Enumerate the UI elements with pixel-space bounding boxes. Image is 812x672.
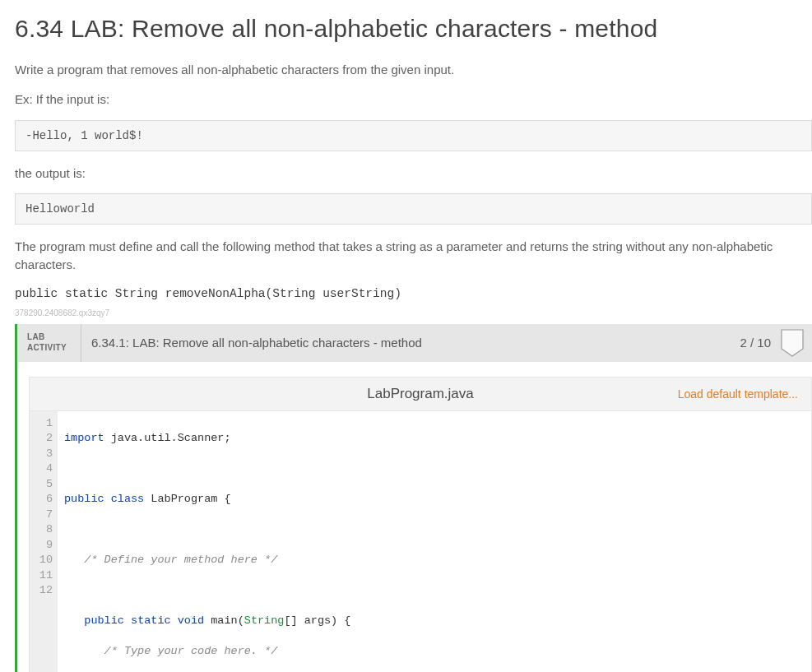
example-input-label: Ex: If the input is: (15, 90, 812, 109)
load-template-link[interactable]: Load default template... (678, 387, 798, 401)
line-number: 4 (38, 461, 53, 477)
activity-badge-line1: LAB (27, 332, 44, 343)
line-number: 3 (38, 447, 53, 462)
line-number: 10 (38, 553, 53, 568)
activity-score: 2 / 10 (740, 336, 777, 350)
activity-badge-line2: ACTIVITY (27, 343, 67, 354)
activity-badge: LAB ACTIVITY (17, 324, 81, 362)
code-content[interactable]: import java.util.Scanner; public class L… (58, 411, 811, 672)
activity-header: LAB ACTIVITY 6.34.1: LAB: Remove all non… (17, 324, 812, 362)
editor-titlebar: LabProgram.java Load default template... (30, 377, 811, 411)
code-token: LabProgram { (144, 493, 230, 505)
code-token: import (64, 432, 104, 444)
code-token: static (131, 614, 171, 627)
activity-title: 6.34.1: LAB: Remove all non-alphabetic c… (81, 336, 740, 350)
line-number: 2 (38, 431, 53, 447)
code-token: public (64, 614, 124, 627)
line-number: 12 (38, 583, 53, 599)
code-token: /* Type your code here. */ (64, 645, 277, 657)
code-token: class (111, 493, 145, 505)
code-token: ( (238, 614, 244, 627)
content-id: 378290.2408682.qx3zqy7 (15, 308, 812, 317)
code-editor[interactable]: 1 2 3 4 5 6 7 8 9 10 11 12 import java.u… (30, 411, 811, 672)
output-label: the output is: (15, 165, 812, 183)
activity-section: LAB ACTIVITY 6.34.1: LAB: Remove all non… (15, 324, 812, 672)
code-token: java.util.Scanner; (104, 432, 231, 444)
code-token: public (64, 493, 104, 505)
page-title: 6.34 LAB: Remove all non-alphabetic char… (15, 15, 812, 43)
line-number: 6 (38, 492, 53, 507)
editor-card: LabProgram.java Load default template...… (29, 377, 812, 672)
method-signature: public static String removeNonAlpha(Stri… (15, 287, 401, 300)
requirement-text: The program must define and call the fol… (15, 238, 812, 274)
line-number: 9 (38, 538, 53, 554)
code-token: String (244, 614, 285, 627)
line-gutter: 1 2 3 4 5 6 7 8 9 10 11 12 (30, 411, 58, 672)
example-output-block: Helloworld (15, 193, 812, 225)
bookmark-icon[interactable] (781, 329, 804, 357)
line-number: 5 (38, 477, 53, 493)
code-token: [] args) { (284, 614, 350, 627)
line-number: 11 (38, 568, 53, 584)
editor-filename: LabProgram.java (367, 386, 473, 402)
code-token: main (204, 614, 238, 627)
intro-text: Write a program that removes all non-alp… (15, 61, 812, 79)
code-token: /* Define your method here */ (64, 554, 277, 566)
example-input-block: -Hello, 1 world$! (15, 120, 812, 151)
code-token: void (178, 614, 204, 627)
line-number: 8 (38, 522, 53, 538)
line-number: 7 (38, 507, 53, 523)
line-number: 1 (38, 416, 53, 432)
